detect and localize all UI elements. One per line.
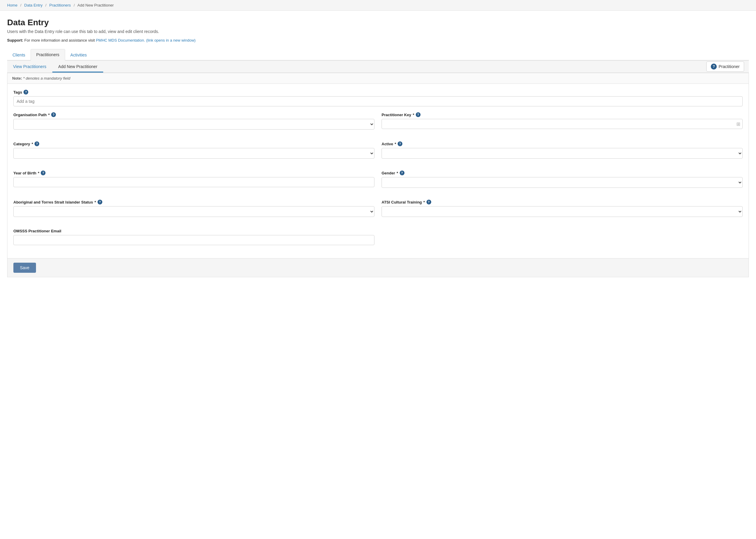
form-container: Note: * denotes a mandatory field Tags ?… [7, 73, 749, 277]
aboriginal-status-group: Aboriginal and Torres Strait Islander St… [13, 200, 374, 217]
breadcrumb-current: Add New Practitioner [77, 3, 114, 7]
tags-field-group: Tags ? [13, 90, 743, 107]
practitioner-key-wrapper: ⊞ [382, 119, 743, 129]
support-link[interactable]: PMHC MDS Documentation. (link opens in a… [96, 38, 195, 42]
omsss-email-label: OMSSS Practitioner Email [13, 229, 374, 233]
year-of-birth-label: Year of Birth * ? [13, 171, 374, 175]
save-button[interactable]: Save [13, 263, 36, 273]
help-button-label: Practitioner [718, 64, 740, 69]
gender-select[interactable] [382, 177, 743, 188]
row-yob-gender: Year of Birth * ? Gender * ? [13, 171, 743, 194]
practitioner-key-label: Practitioner Key * ? [382, 112, 743, 117]
note-bar: Note: * denotes a mandatory field [7, 73, 749, 84]
aboriginal-status-help-icon[interactable]: ? [98, 200, 102, 204]
primary-tabs: Clients Practitioners Activities [7, 48, 749, 61]
aboriginal-status-label: Aboriginal and Torres Strait Islander St… [13, 200, 374, 204]
gender-label: Gender * ? [382, 171, 743, 175]
gender-help-icon[interactable]: ? [400, 171, 405, 175]
aboriginal-status-select[interactable] [13, 206, 374, 217]
breadcrumb: Home / Data Entry / Practitioners / Add … [0, 0, 756, 11]
active-select[interactable] [382, 148, 743, 159]
tags-help-icon[interactable]: ? [24, 90, 28, 95]
year-of-birth-input[interactable] [13, 177, 374, 187]
organisation-path-select[interactable] [13, 119, 374, 129]
year-of-birth-help-icon[interactable]: ? [41, 171, 46, 175]
help-practitioner-button[interactable]: ? Practitioner [706, 61, 744, 72]
page-title: Data Entry [7, 18, 749, 27]
category-group: Category * ? [13, 141, 374, 159]
tab-activities[interactable]: Activities [65, 49, 92, 61]
category-label: Category * ? [13, 141, 374, 146]
help-circle-icon: ? [711, 64, 717, 69]
organisation-path-group: Organisation Path * ? [13, 112, 374, 129]
tab-clients[interactable]: Clients [7, 49, 31, 61]
atsi-training-label: ATSI Cultural Training * ? [382, 200, 743, 204]
active-label: Active * ? [382, 141, 743, 146]
form-footer: Save [7, 258, 749, 277]
support-label: Support: [7, 38, 23, 42]
breadcrumb-home[interactable]: Home [7, 3, 18, 7]
atsi-training-select[interactable] [382, 206, 743, 217]
row-org-pkey: Organisation Path * ? Practitioner Key *… [13, 112, 743, 135]
organisation-path-label: Organisation Path * ? [13, 112, 374, 117]
omsss-email-input[interactable] [13, 235, 374, 245]
gender-group: Gender * ? [382, 171, 743, 188]
subtab-bar: View Practitioners Add New Practitioner … [7, 61, 749, 73]
page-subtitle: Users with the Data Entry role can use t… [7, 29, 749, 34]
category-help-icon[interactable]: ? [35, 141, 39, 146]
support-line: Support: For more information and assist… [7, 38, 749, 42]
subtab-view-practitioners[interactable]: View Practitioners [7, 61, 52, 72]
row-aboriginal-atsi: Aboriginal and Torres Strait Islander St… [13, 200, 743, 223]
practitioner-key-group: Practitioner Key * ? ⊞ [382, 112, 743, 129]
active-help-icon[interactable]: ? [398, 141, 402, 146]
support-text: For more information and assistance visi… [24, 38, 96, 42]
active-group: Active * ? [382, 141, 743, 159]
year-of-birth-group: Year of Birth * ? [13, 171, 374, 188]
form-body: Tags ? Organisation Path * ? [7, 84, 749, 258]
subtabs: View Practitioners Add New Practitioner [7, 61, 103, 72]
tags-label: Tags ? [13, 90, 743, 95]
category-select[interactable] [13, 148, 374, 159]
practitioner-key-help-icon[interactable]: ? [416, 112, 421, 117]
organisation-path-help-icon[interactable]: ? [51, 112, 56, 117]
atsi-training-group: ATSI Cultural Training * ? [382, 200, 743, 217]
subtab-add-practitioner[interactable]: Add New Practitioner [52, 61, 104, 72]
tags-input[interactable] [13, 96, 743, 107]
table-icon: ⊞ [736, 121, 740, 127]
breadcrumb-data-entry[interactable]: Data Entry [24, 3, 43, 7]
breadcrumb-practitioners[interactable]: Practitioners [49, 3, 71, 7]
atsi-training-help-icon[interactable]: ? [426, 200, 431, 204]
row-category-active: Category * ? Active * ? [13, 141, 743, 165]
omsss-email-group: OMSSS Practitioner Email [13, 229, 378, 245]
practitioner-key-input[interactable] [382, 119, 743, 129]
note-text: * denotes a mandatory field [23, 76, 70, 81]
tab-practitioners[interactable]: Practitioners [31, 49, 65, 61]
